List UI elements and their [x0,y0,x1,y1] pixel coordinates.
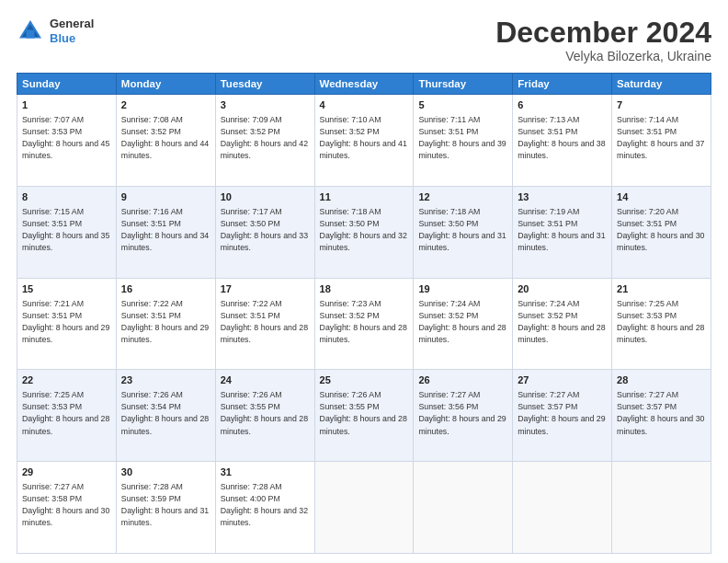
calendar-header-row: SundayMondayTuesdayWednesdayThursdayFrid… [17,74,711,95]
calendar-cell [414,462,513,554]
day-sunrise: Sunrise: 7:21 AMSunset: 3:51 PMDaylight:… [22,299,109,344]
day-number: 14 [617,190,706,205]
day-sunrise: Sunrise: 7:27 AMSunset: 3:57 PMDaylight:… [518,390,605,435]
day-number: 21 [617,282,706,297]
day-number: 6 [518,98,607,113]
calendar-cell: 8Sunrise: 7:15 AMSunset: 3:51 PMDaylight… [17,186,117,278]
calendar-week-row: 1Sunrise: 7:07 AMSunset: 3:53 PMDaylight… [17,95,711,187]
calendar-cell [314,462,414,554]
day-number: 24 [221,373,310,388]
calendar-cell: 21Sunrise: 7:25 AMSunset: 3:53 PMDayligh… [612,278,711,370]
calendar-cell: 25Sunrise: 7:26 AMSunset: 3:55 PMDayligh… [314,370,414,462]
month-title: December 2024 [495,17,711,49]
day-number: 8 [22,190,111,205]
day-sunrise: Sunrise: 7:09 AMSunset: 3:52 PMDaylight:… [221,115,308,160]
day-number: 2 [121,98,210,113]
logo-general: General [50,17,94,31]
calendar-cell: 31Sunrise: 7:28 AMSunset: 4:00 PMDayligh… [215,462,314,554]
calendar-cell: 27Sunrise: 7:27 AMSunset: 3:57 PMDayligh… [513,370,612,462]
day-number: 30 [121,465,210,480]
day-number: 12 [418,190,507,205]
day-sunrise: Sunrise: 7:11 AMSunset: 3:51 PMDaylight:… [418,115,506,160]
day-sunrise: Sunrise: 7:23 AMSunset: 3:52 PMDaylight:… [320,299,407,344]
day-number: 13 [518,190,607,205]
day-number: 1 [22,98,111,113]
calendar-cell: 13Sunrise: 7:19 AMSunset: 3:51 PMDayligh… [513,186,612,278]
calendar-cell: 12Sunrise: 7:18 AMSunset: 3:50 PMDayligh… [414,186,513,278]
day-sunrise: Sunrise: 7:22 AMSunset: 3:51 PMDaylight:… [221,299,308,344]
day-sunrise: Sunrise: 7:17 AMSunset: 3:50 PMDaylight:… [221,207,308,252]
day-number: 15 [22,282,111,297]
calendar-cell: 28Sunrise: 7:27 AMSunset: 3:57 PMDayligh… [612,370,711,462]
calendar-cell: 9Sunrise: 7:16 AMSunset: 3:51 PMDaylight… [116,186,215,278]
day-sunrise: Sunrise: 7:27 AMSunset: 3:56 PMDaylight:… [418,390,506,435]
day-sunrise: Sunrise: 7:24 AMSunset: 3:52 PMDaylight:… [418,299,506,344]
day-number: 27 [518,373,607,388]
day-number: 20 [518,282,607,297]
calendar-cell: 11Sunrise: 7:18 AMSunset: 3:50 PMDayligh… [314,186,414,278]
col-header-tuesday: Tuesday [215,74,314,95]
day-sunrise: Sunrise: 7:26 AMSunset: 3:55 PMDaylight:… [320,390,407,435]
col-header-wednesday: Wednesday [314,74,414,95]
day-number: 3 [221,98,310,113]
day-sunrise: Sunrise: 7:24 AMSunset: 3:52 PMDaylight:… [518,299,605,344]
col-header-friday: Friday [513,74,612,95]
col-header-sunday: Sunday [17,74,117,95]
day-sunrise: Sunrise: 7:26 AMSunset: 3:54 PMDaylight:… [121,390,209,435]
calendar-cell: 14Sunrise: 7:20 AMSunset: 3:51 PMDayligh… [612,186,711,278]
calendar-table: SundayMondayTuesdayWednesdayThursdayFrid… [17,73,711,554]
calendar-cell: 1Sunrise: 7:07 AMSunset: 3:53 PMDaylight… [17,95,117,187]
calendar-cell: 30Sunrise: 7:28 AMSunset: 3:59 PMDayligh… [116,462,215,554]
calendar-cell: 19Sunrise: 7:24 AMSunset: 3:52 PMDayligh… [414,278,513,370]
generalblue-icon [17,17,44,45]
day-number: 17 [221,282,310,297]
day-number: 28 [617,373,706,388]
day-sunrise: Sunrise: 7:07 AMSunset: 3:53 PMDaylight:… [22,115,109,160]
calendar-cell: 20Sunrise: 7:24 AMSunset: 3:52 PMDayligh… [513,278,612,370]
day-sunrise: Sunrise: 7:25 AMSunset: 3:53 PMDaylight:… [22,390,109,435]
calendar-cell [612,462,711,554]
col-header-saturday: Saturday [612,74,711,95]
day-number: 22 [22,373,111,388]
day-sunrise: Sunrise: 7:25 AMSunset: 3:53 PMDaylight:… [617,299,704,344]
day-number: 16 [121,282,210,297]
logo-text: General Blue [50,17,94,45]
logo-blue: Blue [50,31,94,46]
day-number: 4 [320,98,409,113]
day-number: 9 [121,190,210,205]
day-number: 26 [418,373,507,388]
calendar-week-row: 29Sunrise: 7:27 AMSunset: 3:58 PMDayligh… [17,462,711,554]
day-number: 18 [320,282,409,297]
calendar-cell: 10Sunrise: 7:17 AMSunset: 3:50 PMDayligh… [215,186,314,278]
calendar-cell: 2Sunrise: 7:08 AMSunset: 3:52 PMDaylight… [116,95,215,187]
calendar-cell: 4Sunrise: 7:10 AMSunset: 3:52 PMDaylight… [314,95,414,187]
calendar-cell: 18Sunrise: 7:23 AMSunset: 3:52 PMDayligh… [314,278,414,370]
calendar-cell: 5Sunrise: 7:11 AMSunset: 3:51 PMDaylight… [414,95,513,187]
calendar-cell: 22Sunrise: 7:25 AMSunset: 3:53 PMDayligh… [17,370,117,462]
day-number: 29 [22,465,111,480]
day-sunrise: Sunrise: 7:20 AMSunset: 3:51 PMDaylight:… [617,207,704,252]
location: Velyka Bilozerka, Ukraine [495,49,711,63]
day-number: 11 [320,190,409,205]
day-sunrise: Sunrise: 7:13 AMSunset: 3:51 PMDaylight:… [518,115,605,160]
calendar-week-row: 8Sunrise: 7:15 AMSunset: 3:51 PMDaylight… [17,186,711,278]
day-sunrise: Sunrise: 7:19 AMSunset: 3:51 PMDaylight:… [518,207,605,252]
calendar-cell: 26Sunrise: 7:27 AMSunset: 3:56 PMDayligh… [414,370,513,462]
day-sunrise: Sunrise: 7:10 AMSunset: 3:52 PMDaylight:… [320,115,407,160]
day-number: 10 [221,190,310,205]
day-sunrise: Sunrise: 7:28 AMSunset: 4:00 PMDaylight:… [221,482,308,527]
day-sunrise: Sunrise: 7:15 AMSunset: 3:51 PMDaylight:… [22,207,109,252]
day-sunrise: Sunrise: 7:28 AMSunset: 3:59 PMDaylight:… [121,482,209,527]
calendar-cell: 6Sunrise: 7:13 AMSunset: 3:51 PMDaylight… [513,95,612,187]
day-sunrise: Sunrise: 7:27 AMSunset: 3:57 PMDaylight:… [617,390,704,435]
col-header-monday: Monday [116,74,215,95]
logo: General Blue [17,17,94,45]
calendar-cell [513,462,612,554]
calendar-cell: 7Sunrise: 7:14 AMSunset: 3:51 PMDaylight… [612,95,711,187]
calendar-cell: 23Sunrise: 7:26 AMSunset: 3:54 PMDayligh… [116,370,215,462]
day-number: 7 [617,98,706,113]
calendar-cell: 16Sunrise: 7:22 AMSunset: 3:51 PMDayligh… [116,278,215,370]
day-number: 31 [221,465,310,480]
day-sunrise: Sunrise: 7:18 AMSunset: 3:50 PMDaylight:… [320,207,407,252]
svg-rect-2 [27,29,35,38]
